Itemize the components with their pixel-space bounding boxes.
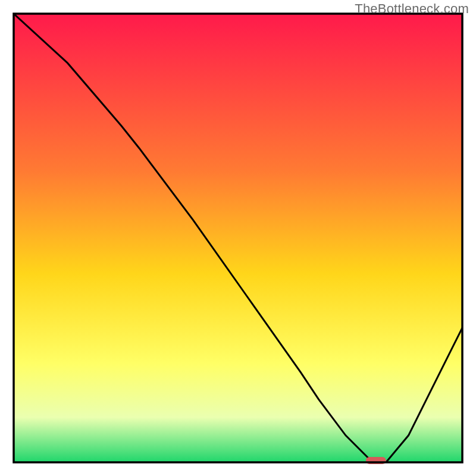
watermark-text: TheBottleneck.com	[355, 1, 469, 17]
gradient-background	[14, 14, 462, 462]
bottleneck-chart	[0, 0, 476, 476]
chart-container: TheBottleneck.com	[0, 0, 476, 476]
